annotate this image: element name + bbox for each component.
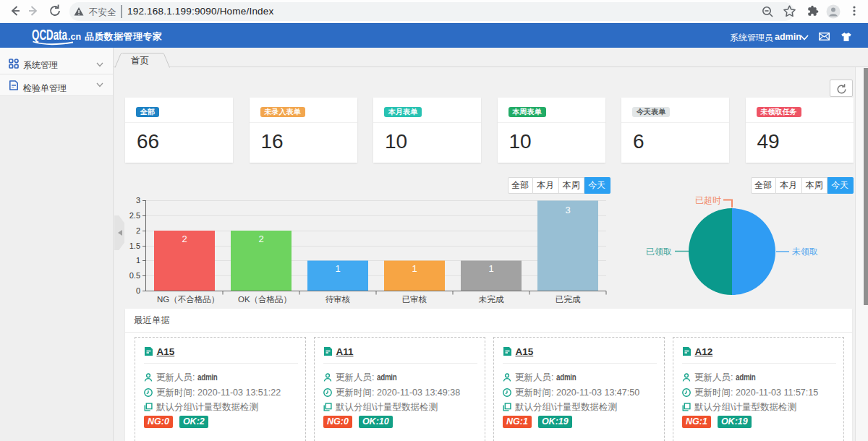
svg-text:0: 0 [136,286,140,295]
svg-text:2.5: 2.5 [129,211,140,220]
svg-text:未完成: 未完成 [479,295,504,304]
svg-text:2: 2 [182,234,187,244]
svg-text:2: 2 [136,226,140,235]
svg-text:1.5: 1.5 [129,241,140,250]
svg-text:已超时: 已超时 [695,195,721,205]
svg-text:OK（合格品）: OK（合格品） [238,295,292,304]
svg-text:待审核: 待审核 [326,295,351,304]
svg-text:0.5: 0.5 [129,271,140,280]
svg-text:2: 2 [258,234,263,244]
svg-text:NG（不合格品）: NG（不合格品） [157,295,219,304]
svg-text:首页: 首页 [131,56,149,66]
svg-text:.cn: .cn [68,32,81,42]
svg-text:已完成: 已完成 [556,295,581,304]
svg-text:3: 3 [136,196,140,205]
svg-text:1: 1 [488,263,493,274]
svg-text:3: 3 [565,205,570,215]
svg-text:1: 1 [412,263,417,274]
svg-text:1: 1 [136,256,140,265]
svg-text:1: 1 [335,263,340,274]
svg-text:已领取: 已领取 [646,247,672,257]
svg-text:QCData: QCData [32,27,68,43]
svg-text:已审核: 已审核 [402,295,427,304]
svg-text:未领取: 未领取 [792,247,818,257]
